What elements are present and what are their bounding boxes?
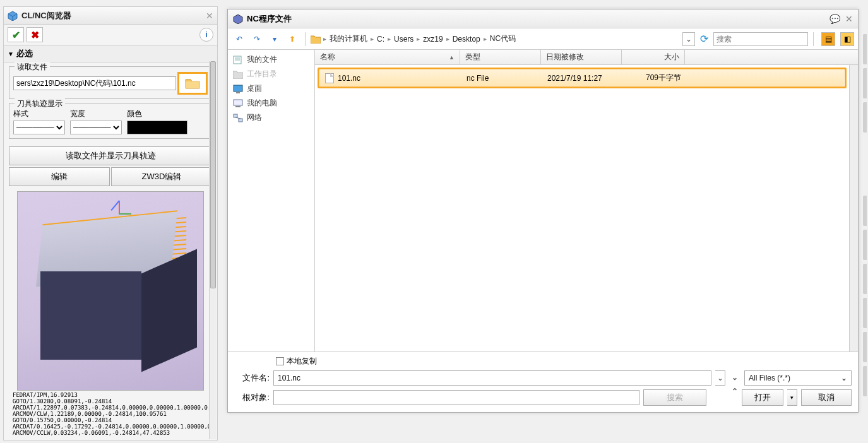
left-scroll-thumb[interactable] — [210, 61, 216, 288]
read-and-show-button[interactable]: 读取文件并显示刀具轨迹 — [9, 146, 212, 165]
side-tab[interactable] — [863, 264, 867, 294]
search-input[interactable] — [713, 32, 808, 46]
list-scrollbar[interactable] — [849, 65, 858, 351]
root-input[interactable] — [273, 390, 639, 405]
open-split-dropdown[interactable]: ▾ — [787, 389, 797, 406]
column-date[interactable]: 日期被修改 — [541, 50, 622, 64]
side-tab[interactable] — [863, 68, 867, 98]
col-label: 名称 — [320, 52, 335, 62]
local-copy-checkbox[interactable] — [276, 357, 284, 365]
file-name: 101.nc — [338, 74, 360, 83]
style-select[interactable]: ─────── — [13, 121, 65, 134]
info-icon[interactable]: i — [199, 28, 213, 42]
action-row: ✔ ✖ i — [4, 25, 217, 45]
left-scrollbar[interactable] — [209, 61, 217, 439]
zw3d-edit-button[interactable]: ZW3D编辑 — [111, 167, 212, 186]
desktop-icon — [233, 85, 243, 93]
breadcrumb-dropdown[interactable]: ⌄ — [682, 32, 695, 46]
search-button[interactable]: 搜索 — [643, 389, 706, 406]
dialog-title: NC程序文件 — [247, 13, 824, 25]
confirm-button[interactable]: ✔ — [8, 27, 24, 42]
side-tab[interactable] — [863, 332, 867, 362]
breadcrumb-item[interactable]: Users — [392, 33, 415, 45]
view-preview-icon[interactable]: ◧ — [840, 32, 854, 46]
side-tab[interactable] — [863, 366, 867, 396]
tree-desktop[interactable]: 桌面 — [229, 81, 313, 96]
open-button[interactable]: 打开 — [742, 389, 783, 406]
column-size[interactable]: 大小 — [622, 50, 685, 64]
tree-label: 我的电脑 — [247, 98, 277, 109]
filename-dropdown[interactable]: ⌄ — [715, 370, 725, 386]
filter-label: All Files (*.*) — [749, 374, 790, 382]
root-label: 根对象: — [234, 392, 270, 403]
side-tab[interactable] — [863, 34, 867, 64]
list-pane: 名称▲ 类型 日期被修改 大小 101.nc nc File — [315, 50, 858, 351]
left-title-bar: CL/NC阅览器 ✕ — [4, 7, 217, 25]
cancel-x-button[interactable]: ✖ — [27, 27, 43, 42]
tree-label: 工作目录 — [247, 69, 277, 80]
breadcrumb-item[interactable]: 我的计算机 — [328, 32, 369, 45]
network-icon — [233, 114, 243, 122]
chevron-right-icon: ▸ — [388, 35, 391, 42]
chevron-down-icon: ⌄ — [841, 374, 847, 382]
breadcrumb-item[interactable]: NC代码 — [488, 32, 518, 45]
chevron-right-icon: ▸ — [484, 35, 487, 42]
file-path-input[interactable] — [13, 76, 176, 90]
side-tab[interactable] — [863, 230, 867, 260]
chevron-right-icon: ▸ — [371, 35, 374, 42]
view-list-icon[interactable]: ▤ — [821, 32, 835, 46]
breadcrumb-item[interactable]: C: — [375, 33, 386, 45]
dialog-close-icon[interactable]: ✕ — [845, 14, 853, 24]
sort-asc-icon: ▲ — [449, 54, 455, 61]
tree-network[interactable]: 网络 — [229, 110, 313, 125]
svg-rect-9 — [235, 106, 241, 107]
close-icon[interactable]: ✕ — [206, 11, 213, 21]
up-folder-icon[interactable]: ⬆ — [285, 32, 300, 47]
help-bubble-icon[interactable]: 💬 — [829, 14, 840, 24]
refresh-icon[interactable]: ⟳ — [700, 33, 708, 45]
column-type[interactable]: 类型 — [460, 50, 541, 64]
chevron-right-icon: ▸ — [446, 35, 449, 42]
edit-button[interactable]: 编辑 — [9, 167, 110, 186]
list-header: 名称▲ 类型 日期被修改 大小 — [315, 50, 858, 65]
side-tab[interactable] — [863, 102, 867, 133]
side-tabs — [863, 34, 867, 400]
side-tab[interactable] — [863, 196, 867, 226]
width-label: 宽度 — [70, 109, 122, 119]
filename-input[interactable] — [273, 370, 711, 386]
filename-label: 文件名: — [234, 372, 270, 384]
folder-icon — [185, 78, 200, 89]
svg-rect-7 — [236, 92, 240, 93]
cube-front-face — [40, 271, 141, 360]
expand-toggle-icon[interactable]: ⌄⌃ — [729, 370, 740, 386]
tree-my-documents[interactable]: 我的文件 — [229, 52, 313, 67]
browse-button[interactable] — [177, 72, 208, 95]
cancel-button[interactable]: 取消 — [801, 389, 852, 406]
file-size: 709千字节 — [623, 70, 686, 86]
preview-viewport[interactable] — [17, 191, 204, 391]
breadcrumb-item[interactable]: Desktop — [451, 33, 482, 45]
file-type: nc File — [461, 71, 542, 85]
section-header[interactable]: ▼ 必选 — [4, 45, 217, 62]
toolbar: ↶ ↷ ▾ ⬆ ▸ 我的计算机 ▸ C: ▸ Users ▸ zxz19 ▸ D… — [228, 28, 858, 50]
tree-label: 网络 — [247, 112, 262, 123]
history-dropdown-icon[interactable]: ▾ — [267, 32, 282, 47]
breadcrumb-item[interactable]: zxz19 — [421, 33, 444, 45]
tree-my-computer[interactable]: 我的电脑 — [229, 96, 313, 110]
collapse-triangle-icon: ▼ — [8, 50, 14, 57]
svg-marker-2 — [234, 15, 242, 24]
file-row[interactable]: 101.nc nc File 2021/7/19 11:27 709千字节 — [320, 70, 844, 86]
tree-work-dir[interactable]: 工作目录 — [229, 67, 313, 81]
redo-icon[interactable]: ↷ — [249, 32, 265, 47]
color-swatch[interactable] — [127, 121, 187, 134]
width-select[interactable]: ─────── — [70, 121, 122, 134]
left-panel: CL/NC阅览器 ✕ ✔ ✖ i ▼ 必选 读取文件 刀具轨迹显示 样式 ───… — [3, 6, 218, 440]
svg-rect-8 — [234, 100, 242, 105]
undo-icon[interactable]: ↶ — [232, 32, 247, 47]
section-title: 必选 — [16, 48, 33, 59]
side-tab[interactable] — [863, 298, 867, 328]
separator — [305, 32, 306, 46]
filter-select[interactable]: All Files (*.*)⌄ — [744, 370, 852, 386]
column-name[interactable]: 名称▲ — [315, 50, 460, 64]
document-icon — [233, 56, 243, 64]
